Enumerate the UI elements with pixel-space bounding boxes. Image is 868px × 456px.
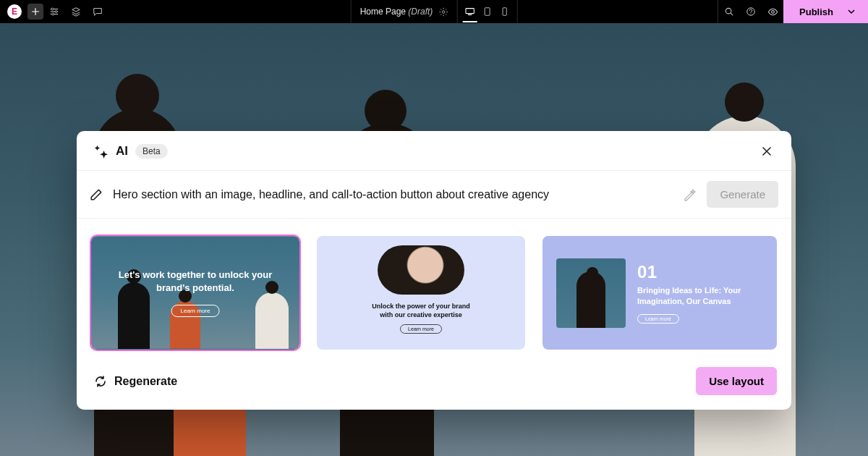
ai-layout-modal: AI Beta Generate Let's work together to … bbox=[77, 131, 791, 410]
publish-button[interactable]: Publish bbox=[783, 0, 868, 23]
topbar-right-group: Publish bbox=[718, 0, 868, 23]
regenerate-button[interactable]: Regenerate bbox=[94, 375, 177, 388]
modal-header: AI Beta bbox=[77, 131, 791, 171]
svg-rect-5 bbox=[485, 8, 490, 16]
sparkle-icon bbox=[93, 143, 109, 159]
chevron-down-icon[interactable] bbox=[848, 8, 855, 15]
help-button[interactable] bbox=[740, 0, 762, 23]
preview-figure bbox=[255, 292, 289, 349]
preview-cta: Learn more bbox=[400, 324, 442, 334]
svg-rect-4 bbox=[466, 9, 474, 14]
preview-cta: Learn more bbox=[637, 314, 679, 324]
editor-top-bar: E Home Page (Draft) bbox=[0, 0, 868, 23]
preview-text-block: 01 Bringing Ideas to Life: Your Imaginat… bbox=[637, 262, 763, 324]
document-title: Home Page (Draft) bbox=[360, 7, 433, 17]
logo-letter: E bbox=[12, 7, 17, 17]
regenerate-label: Regenerate bbox=[114, 375, 177, 388]
svg-point-9 bbox=[771, 10, 774, 13]
modal-title: AI bbox=[116, 144, 128, 159]
pencil-icon bbox=[90, 188, 103, 201]
prompt-input-row: Generate bbox=[77, 171, 791, 219]
chat-icon bbox=[93, 7, 103, 17]
finder-search-button[interactable] bbox=[718, 0, 740, 23]
preview-number: 01 bbox=[637, 262, 763, 282]
topbar-left-group: E bbox=[0, 0, 109, 23]
svg-point-2 bbox=[52, 13, 54, 15]
layout-option-3[interactable]: 01 Bringing Ideas to Life: Your Imaginat… bbox=[542, 236, 777, 350]
close-icon bbox=[761, 145, 773, 157]
device-desktop-button[interactable] bbox=[464, 7, 475, 17]
document-title-status: (Draft) bbox=[408, 7, 433, 17]
document-title-area[interactable]: Home Page (Draft) bbox=[351, 0, 458, 23]
layout-results-row: Let's work together to unlock your brand… bbox=[77, 219, 791, 363]
layout-option-2[interactable]: Unlock the power of your brand with our … bbox=[317, 236, 525, 350]
topbar-utility-icons bbox=[718, 0, 783, 23]
structure-panel-button[interactable] bbox=[65, 0, 87, 23]
gear-icon[interactable] bbox=[438, 7, 448, 17]
tablet-icon bbox=[482, 7, 492, 17]
layout-option-1[interactable]: Let's work together to unlock your brand… bbox=[91, 236, 299, 350]
use-layout-button[interactable]: Use layout bbox=[696, 367, 777, 395]
document-title-main: Home Page bbox=[360, 7, 406, 17]
svg-point-0 bbox=[51, 8, 54, 10]
svg-rect-6 bbox=[503, 8, 506, 16]
preview-button[interactable] bbox=[762, 0, 783, 23]
enhance-prompt-button[interactable] bbox=[682, 187, 697, 202]
modal-footer: Regenerate Use layout bbox=[77, 363, 791, 410]
mobile-icon bbox=[499, 7, 509, 17]
svg-point-7 bbox=[726, 8, 731, 14]
preview-cta: Learn more bbox=[171, 305, 220, 317]
generate-button[interactable]: Generate bbox=[707, 181, 778, 208]
magic-wand-icon bbox=[682, 187, 697, 202]
svg-point-1 bbox=[55, 11, 57, 13]
preview-image bbox=[556, 258, 626, 328]
device-mobile-button[interactable] bbox=[499, 7, 509, 17]
responsive-device-switcher bbox=[457, 0, 517, 23]
topbar-center-group: Home Page (Draft) bbox=[351, 0, 518, 23]
refresh-icon bbox=[94, 375, 107, 388]
device-tablet-button[interactable] bbox=[482, 7, 492, 17]
elementor-logo[interactable]: E bbox=[7, 4, 22, 19]
search-icon bbox=[724, 7, 734, 17]
preview-headline: Bringing Ideas to Life: Your Imagination… bbox=[637, 285, 763, 307]
layers-icon bbox=[71, 7, 81, 17]
help-icon bbox=[746, 7, 756, 17]
comments-button[interactable] bbox=[87, 0, 109, 23]
eye-icon bbox=[767, 7, 778, 17]
settings-sliders-button[interactable] bbox=[43, 0, 65, 23]
preview-headline: Unlock the power of your brand with our … bbox=[372, 302, 470, 319]
ai-prompt-input[interactable] bbox=[113, 188, 672, 201]
preview-image bbox=[378, 245, 464, 295]
add-element-button[interactable] bbox=[27, 4, 43, 20]
sliders-icon bbox=[49, 7, 59, 17]
close-modal-button[interactable] bbox=[757, 141, 777, 161]
publish-label: Publish bbox=[799, 7, 833, 17]
beta-badge: Beta bbox=[135, 144, 168, 159]
desktop-icon bbox=[464, 7, 475, 17]
preview-headline: Let's work together to unlock your brand… bbox=[92, 269, 299, 294]
svg-point-3 bbox=[442, 10, 445, 13]
